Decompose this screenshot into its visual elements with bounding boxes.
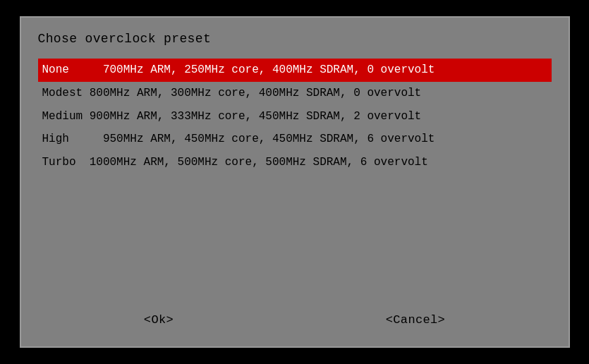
- list-item-turbo[interactable]: Turbo 1000MHz ARM, 500MHz core, 500MHz S…: [38, 151, 552, 174]
- list-item-modest[interactable]: Modest 800MHz ARM, 300MHz core, 400MHz S…: [38, 82, 552, 105]
- list-item-medium[interactable]: Medium 900MHz ARM, 333MHz core, 450MHz S…: [38, 105, 552, 128]
- ok-button[interactable]: <Ok>: [144, 313, 174, 327]
- dialog-title: Chose overclock preset: [38, 32, 552, 46]
- dialog-buttons: <Ok> <Cancel>: [38, 313, 552, 332]
- cancel-button[interactable]: <Cancel>: [386, 313, 445, 327]
- list-item-none[interactable]: None 700MHz ARM, 250MHz core, 400MHz SDR…: [38, 59, 552, 82]
- overclock-dialog: Chose overclock preset None 700MHz ARM, …: [20, 16, 570, 348]
- preset-list: None 700MHz ARM, 250MHz core, 400MHz SDR…: [38, 59, 552, 301]
- list-item-high[interactable]: High 950MHz ARM, 450MHz core, 450MHz SDR…: [38, 128, 552, 151]
